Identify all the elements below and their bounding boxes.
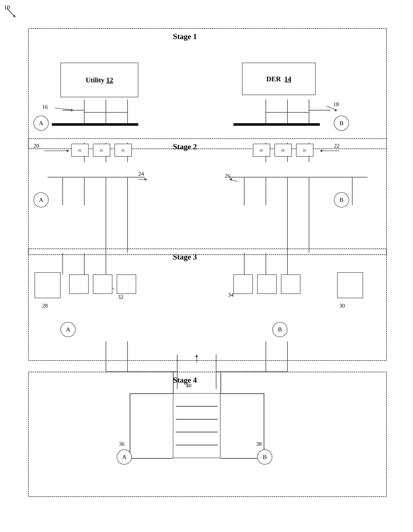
stage4-vert-left2 bbox=[130, 393, 130, 458]
ref-20: 20 bbox=[33, 142, 39, 149]
utility-box: Utility 12 bbox=[60, 63, 138, 97]
arrow-10-icon bbox=[5, 7, 18, 19]
stage4-horiz-bottom-left bbox=[130, 458, 173, 459]
stage3-box bbox=[28, 248, 387, 361]
ref-30: 30 bbox=[339, 303, 345, 309]
bus-bar-a-stage1 bbox=[52, 123, 138, 126]
stage4-horiz-right bbox=[221, 393, 264, 394]
stage4-right-line bbox=[221, 372, 221, 393]
ref-34: 34 bbox=[228, 292, 234, 298]
bus-bar-b-stage1 bbox=[233, 123, 320, 126]
stage3-right-med-2 bbox=[257, 275, 277, 294]
circle-b-stage4: B bbox=[257, 449, 272, 465]
ref-40: 40 bbox=[186, 382, 192, 389]
utility-text: Utility bbox=[86, 76, 106, 84]
stage4-left-line bbox=[173, 372, 173, 393]
circle-a-stage2: A bbox=[33, 192, 49, 208]
stage4-horiz-left bbox=[130, 393, 173, 394]
rc-box-left-2: rc bbox=[93, 144, 110, 157]
der-ref: 14 bbox=[284, 75, 291, 83]
stage3-right-med-3 bbox=[281, 275, 300, 294]
ref-28: 28 bbox=[42, 303, 48, 309]
diagram-root: 10 bbox=[0, 0, 413, 532]
ref-18: 18 bbox=[333, 101, 339, 108]
ref-26: 26 bbox=[225, 173, 231, 179]
rc-box-right-1: rc bbox=[253, 144, 270, 157]
stage1-label: Stage 1 bbox=[173, 32, 197, 41]
ref-38: 38 bbox=[256, 441, 262, 447]
stage3-left-med-1 bbox=[69, 275, 89, 294]
stage4-label: Stage 4 bbox=[173, 376, 197, 385]
stage2-label: Stage 2 bbox=[173, 142, 197, 151]
ref-36: 36 bbox=[119, 441, 125, 447]
ref-22: 22 bbox=[334, 142, 339, 149]
stage4-device bbox=[173, 393, 221, 458]
stage4-vert-right2 bbox=[264, 393, 264, 458]
stage3-right-large bbox=[337, 272, 363, 298]
stage3-left-med-3 bbox=[117, 275, 136, 294]
stage3-left-large bbox=[35, 272, 60, 298]
circle-b-stage3: B bbox=[272, 322, 288, 337]
ref-16: 16 bbox=[42, 104, 48, 110]
circle-b-stage1: B bbox=[334, 116, 349, 131]
utility-ref: 12 bbox=[106, 76, 113, 84]
rc-box-right-2: rc bbox=[274, 144, 292, 157]
rc-box-left-1: rc bbox=[71, 144, 89, 157]
der-box: DER 14 bbox=[242, 63, 316, 95]
ref-24: 24 bbox=[138, 171, 144, 177]
rc-box-right-3: rc bbox=[296, 144, 313, 157]
ref-32: 32 bbox=[118, 294, 123, 300]
circle-a-stage4: A bbox=[117, 449, 132, 465]
stage3-label: Stage 3 bbox=[173, 252, 197, 261]
circle-a-stage3: A bbox=[60, 322, 76, 337]
der-text: DER bbox=[266, 75, 284, 83]
circle-a-stage1: A bbox=[33, 116, 49, 131]
stage3-left-med-2 bbox=[93, 275, 112, 294]
stage3-right-med-1 bbox=[233, 275, 253, 294]
rc-box-left-3: rc bbox=[115, 144, 132, 157]
circle-b-stage2: B bbox=[334, 192, 349, 208]
